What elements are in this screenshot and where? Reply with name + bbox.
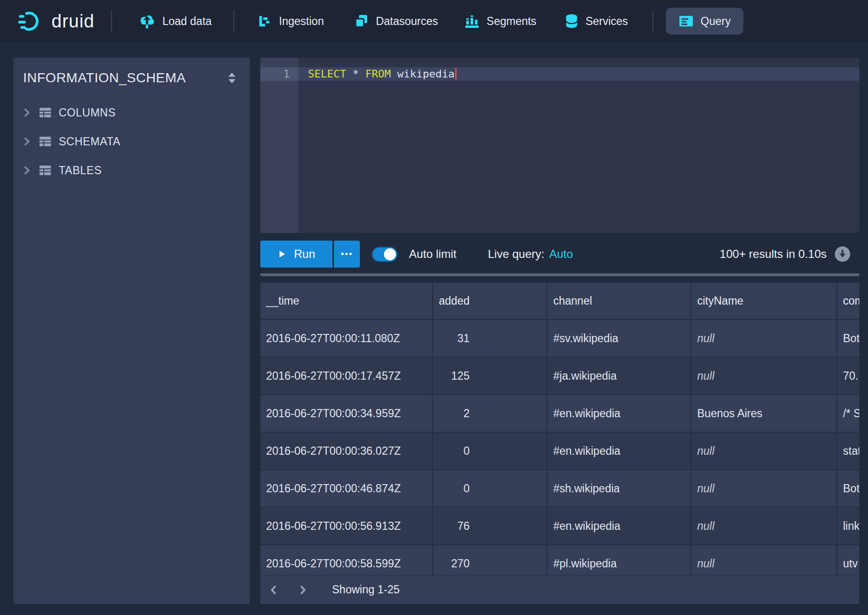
datasources-icon bbox=[354, 14, 369, 28]
sql-text: SELECT * FROM wikipedia bbox=[308, 67, 457, 81]
sort-double-caret-icon[interactable] bbox=[228, 72, 236, 84]
cell-comment[interactable]: 70. bbox=[837, 358, 859, 394]
cell-added[interactable]: 31 bbox=[433, 320, 548, 357]
cell-added[interactable]: 2 bbox=[433, 395, 548, 432]
cell-channel[interactable]: #en.wikipedia bbox=[548, 508, 691, 544]
column-header-channel[interactable]: channel bbox=[548, 282, 691, 319]
nav-item-services[interactable]: Services bbox=[564, 13, 628, 29]
nav-item-load-data[interactable]: Load data bbox=[138, 13, 212, 29]
run-more-button[interactable]: ••• bbox=[334, 241, 360, 268]
auto-limit-toggle[interactable] bbox=[372, 247, 397, 262]
cell-comment[interactable]: link bbox=[837, 508, 859, 544]
cell-comment[interactable]: Bot bbox=[837, 470, 859, 507]
schema-title: INFORMATION_SCHEMA bbox=[23, 70, 186, 86]
cell-channel[interactable]: #en.wikipedia bbox=[548, 395, 691, 432]
column-header-cityname[interactable]: cityName bbox=[691, 282, 837, 319]
cell-added[interactable]: 0 bbox=[433, 433, 548, 469]
run-button-label: Run bbox=[294, 247, 315, 261]
results-horizontal-scrollbar[interactable] bbox=[260, 273, 859, 276]
cell-comment[interactable]: stat bbox=[837, 433, 859, 469]
chevron-right-icon bbox=[22, 108, 32, 117]
brand[interactable]: druid bbox=[18, 11, 95, 32]
cell-cityname[interactable]: Buenos Aires bbox=[691, 395, 837, 432]
cell-cityname[interactable]: null bbox=[691, 508, 837, 544]
schema-selector: INFORMATION_SCHEMA bbox=[13, 58, 250, 98]
druid-console: druid Load data bbox=[0, 0, 868, 615]
column-header-comment[interactable]: comment bbox=[837, 282, 859, 319]
table-row: 2016-06-27T00:00:56.913Z 76 #en.wikipedi… bbox=[260, 508, 859, 545]
prev-page-button[interactable] bbox=[265, 580, 282, 600]
cell-time[interactable]: 2016-06-27T00:00:46.874Z bbox=[260, 470, 433, 507]
nav-item-label: Services bbox=[586, 15, 628, 28]
cell-added[interactable]: 76 bbox=[433, 508, 548, 544]
cell-cityname[interactable]: null bbox=[691, 433, 837, 469]
chevron-left-icon bbox=[268, 585, 279, 595]
cell-channel[interactable]: #sh.wikipedia bbox=[548, 470, 691, 507]
run-toolbar: Run ••• Auto limit Live query: Auto 100+… bbox=[260, 241, 859, 268]
column-header-added[interactable]: added bbox=[433, 282, 548, 319]
run-button[interactable]: Run bbox=[260, 241, 332, 268]
next-page-button[interactable] bbox=[294, 580, 311, 600]
download-icon[interactable] bbox=[834, 246, 851, 262]
cell-channel[interactable]: #ja.wikipedia bbox=[548, 358, 691, 394]
cell-time[interactable]: 2016-06-27T00:00:17.457Z bbox=[260, 358, 433, 394]
results-meta: 100+ results in 0.10s bbox=[720, 241, 851, 268]
nav-item-label: Query bbox=[701, 15, 731, 28]
cell-channel[interactable]: #sv.wikipedia bbox=[548, 320, 691, 357]
sql-plain: wikipedia bbox=[391, 68, 454, 80]
toggle-knob bbox=[384, 248, 396, 260]
cell-comment[interactable]: /* S bbox=[837, 395, 859, 432]
nav-divider bbox=[111, 10, 112, 32]
results-panel: __time added channel cityName comment 20… bbox=[260, 282, 859, 604]
nav-item-label: Datasources bbox=[376, 15, 438, 28]
nav-item-segments[interactable]: Segments bbox=[464, 14, 536, 28]
sidebar-item-label: COLUMNS bbox=[59, 106, 116, 119]
editor-gutter bbox=[260, 58, 298, 233]
cell-time[interactable]: 2016-06-27T00:00:36.027Z bbox=[260, 433, 433, 469]
chevron-right-icon bbox=[22, 137, 32, 146]
nav-item-label: Ingestion bbox=[279, 15, 324, 28]
cell-comment[interactable]: Bot bbox=[837, 320, 859, 357]
services-icon bbox=[564, 13, 579, 29]
cell-time[interactable]: 2016-06-27T00:00:11.080Z bbox=[260, 320, 433, 357]
cell-time[interactable]: 2016-06-27T00:00:56.913Z bbox=[260, 508, 433, 544]
table-row: 2016-06-27T00:00:11.080Z 31 #sv.wikipedi… bbox=[260, 320, 859, 358]
play-icon bbox=[278, 249, 286, 259]
results-header-row: __time added channel cityName comment bbox=[260, 282, 859, 320]
sidebar-item-schemata[interactable]: SCHEMATA bbox=[13, 127, 250, 156]
nav-divider bbox=[652, 10, 653, 32]
sidebar-item-tables[interactable]: TABLES bbox=[13, 156, 250, 185]
cell-added[interactable]: 0 bbox=[433, 470, 548, 507]
column-header-time[interactable]: __time bbox=[260, 282, 433, 319]
cell-added[interactable]: 125 bbox=[433, 358, 548, 394]
top-nav: druid Load data bbox=[0, 0, 868, 42]
schema-sidebar: INFORMATION_SCHEMA COLUMNS bbox=[13, 58, 250, 604]
cell-cityname[interactable]: null bbox=[691, 470, 837, 507]
live-query-value[interactable]: Auto bbox=[549, 247, 573, 261]
table-icon bbox=[39, 136, 51, 147]
chevron-right-icon bbox=[22, 166, 32, 175]
sql-plain: * bbox=[346, 68, 365, 80]
pagination-bar: Showing 1-25 bbox=[260, 575, 859, 604]
text-cursor bbox=[455, 68, 457, 79]
line-number: 1 bbox=[260, 67, 290, 81]
druid-logo-icon bbox=[18, 11, 45, 32]
nav-item-label: Load data bbox=[163, 15, 212, 28]
results-summary: 100+ results in 0.10s bbox=[720, 247, 827, 261]
chevron-right-icon bbox=[297, 585, 308, 595]
cell-cityname[interactable]: null bbox=[691, 358, 837, 394]
sidebar-item-label: TABLES bbox=[59, 164, 102, 177]
nav-divider bbox=[233, 10, 234, 32]
cell-time[interactable]: 2016-06-27T00:00:34.959Z bbox=[260, 395, 433, 432]
query-icon bbox=[678, 14, 694, 28]
sidebar-item-columns[interactable]: COLUMNS bbox=[13, 98, 250, 127]
query-editor[interactable]: 1 SELECT * FROM wikipedia bbox=[260, 58, 859, 233]
table-row: 2016-06-27T00:00:46.874Z 0 #sh.wikipedia… bbox=[260, 470, 859, 508]
cell-cityname[interactable]: null bbox=[691, 320, 837, 357]
nav-item-ingestion[interactable]: Ingestion bbox=[258, 14, 324, 28]
pagination-status: Showing 1-25 bbox=[332, 583, 400, 596]
cell-channel[interactable]: #en.wikipedia bbox=[548, 433, 691, 469]
nav-item-query[interactable]: Query bbox=[666, 8, 743, 35]
live-query-label: Live query: bbox=[488, 247, 544, 261]
nav-item-datasources[interactable]: Datasources bbox=[354, 14, 438, 28]
